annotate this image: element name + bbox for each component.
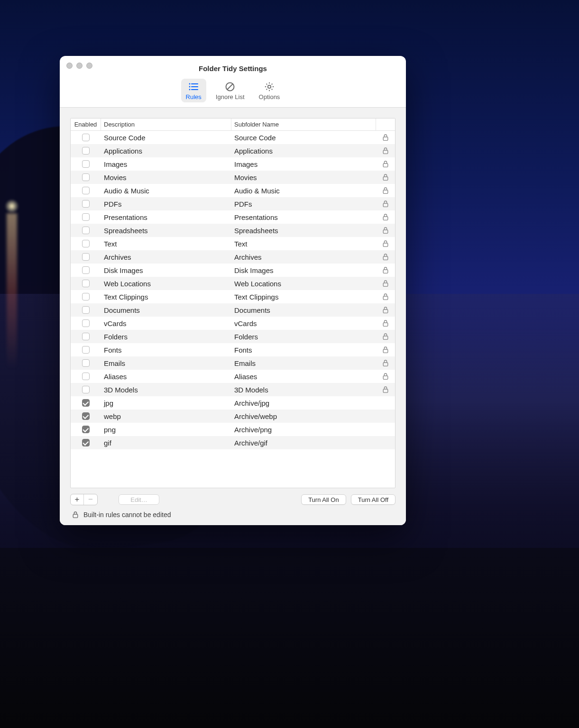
enabled-checkbox[interactable] xyxy=(82,426,90,433)
cell-lock xyxy=(376,280,395,287)
enabled-checkbox[interactable] xyxy=(82,227,90,234)
enabled-checkbox[interactable] xyxy=(82,134,90,141)
table-row[interactable]: FontsFonts xyxy=(71,343,395,356)
add-rule-button[interactable]: + xyxy=(71,494,84,505)
svg-rect-14 xyxy=(383,203,388,207)
table-row[interactable]: EmailsEmails xyxy=(71,356,395,370)
table-row[interactable]: Disk ImagesDisk Images xyxy=(71,264,395,277)
enabled-checkbox[interactable] xyxy=(82,346,90,354)
settings-window: Folder Tidy Settings Rules xyxy=(60,56,406,525)
svg-point-3 xyxy=(189,83,191,85)
enabled-checkbox[interactable] xyxy=(82,359,90,367)
zoom-button[interactable] xyxy=(86,63,92,69)
table-row[interactable]: FoldersFolders xyxy=(71,330,395,343)
col-header-enabled[interactable]: Enabled xyxy=(71,118,101,130)
turn-all-off-button[interactable]: Turn All Off xyxy=(351,494,395,505)
enabled-checkbox[interactable] xyxy=(82,319,90,327)
lock-icon xyxy=(382,266,389,274)
table-row[interactable]: SpreadsheetsSpreadsheets xyxy=(71,224,395,237)
lock-icon xyxy=(382,160,389,168)
table-row[interactable]: PresentationsPresentations xyxy=(71,210,395,224)
table-row[interactable]: ApplicationsApplications xyxy=(71,144,395,157)
cell-enabled xyxy=(71,227,101,234)
table-row[interactable]: Audio & MusicAudio & Music xyxy=(71,184,395,197)
cell-lock xyxy=(376,227,395,234)
cell-subfolder: Archive/webp xyxy=(231,412,376,420)
col-header-description[interactable]: Description xyxy=(101,118,231,130)
remove-rule-button[interactable]: − xyxy=(84,494,97,505)
cell-subfolder: Archives xyxy=(231,253,376,261)
enabled-checkbox[interactable] xyxy=(82,439,90,446)
table-row[interactable]: DocumentsDocuments xyxy=(71,303,395,317)
content-area: Enabled Description Subfolder Name Sourc… xyxy=(60,108,406,525)
table-row[interactable]: PDFsPDFs xyxy=(71,197,395,210)
tab-rules[interactable]: Rules xyxy=(181,79,206,102)
table-row[interactable]: vCardsvCards xyxy=(71,317,395,330)
edit-rule-button[interactable]: Edit… xyxy=(119,494,159,505)
cell-lock xyxy=(376,200,395,208)
cell-enabled xyxy=(71,253,101,261)
table-row[interactable]: webpArchive/webp xyxy=(71,410,395,423)
cell-description: Images xyxy=(101,160,231,168)
cell-lock xyxy=(376,147,395,155)
col-header-subfolder[interactable]: Subfolder Name xyxy=(231,118,376,130)
rules-table: Enabled Description Subfolder Name Sourc… xyxy=(70,118,395,488)
cell-enabled xyxy=(71,373,101,380)
cell-description: Text xyxy=(101,240,231,248)
enabled-checkbox[interactable] xyxy=(82,386,90,393)
cell-subfolder: Aliases xyxy=(231,373,376,381)
cell-subfolder: vCards xyxy=(231,319,376,328)
window-controls xyxy=(66,63,92,69)
svg-rect-17 xyxy=(383,243,388,246)
enabled-checkbox[interactable] xyxy=(82,173,90,181)
cell-lock xyxy=(376,319,395,327)
table-row[interactable]: Text ClippingsText Clippings xyxy=(71,290,395,303)
table-row[interactable]: ImagesImages xyxy=(71,157,395,171)
enabled-checkbox[interactable] xyxy=(82,266,90,274)
table-row[interactable]: Web LocationsWeb Locations xyxy=(71,277,395,290)
cell-description: Emails xyxy=(101,359,231,367)
table-row[interactable]: Source CodeSource Code xyxy=(71,131,395,144)
table-row[interactable]: 3D Models3D Models xyxy=(71,383,395,396)
svg-rect-16 xyxy=(383,230,388,233)
enabled-checkbox[interactable] xyxy=(82,412,90,420)
tab-ignore-list[interactable]: Ignore List xyxy=(211,79,249,102)
cell-enabled xyxy=(71,412,101,420)
table-row[interactable]: ArchivesArchives xyxy=(71,250,395,264)
enabled-checkbox[interactable] xyxy=(82,306,90,314)
lock-icon xyxy=(382,240,389,247)
enabled-checkbox[interactable] xyxy=(82,200,90,208)
table-row[interactable]: TextText xyxy=(71,237,395,250)
turn-all-on-button[interactable]: Turn All On xyxy=(301,494,346,505)
enabled-checkbox[interactable] xyxy=(82,147,90,155)
table-row[interactable]: jpgArchive/jpg xyxy=(71,396,395,410)
cell-lock xyxy=(376,346,395,354)
enabled-checkbox[interactable] xyxy=(82,399,90,407)
enabled-checkbox[interactable] xyxy=(82,253,90,261)
enabled-checkbox[interactable] xyxy=(82,240,90,247)
enabled-checkbox[interactable] xyxy=(82,213,90,221)
minimize-button[interactable] xyxy=(76,63,83,69)
cell-lock xyxy=(376,373,395,380)
table-row[interactable]: gifArchive/gif xyxy=(71,436,395,449)
cell-subfolder: Movies xyxy=(231,173,376,182)
lock-icon xyxy=(382,346,389,354)
table-row[interactable]: pngArchive/png xyxy=(71,423,395,436)
enabled-checkbox[interactable] xyxy=(82,187,90,194)
table-row[interactable]: AliasesAliases xyxy=(71,370,395,383)
cell-description: gif xyxy=(101,439,231,447)
cell-enabled xyxy=(71,280,101,287)
close-button[interactable] xyxy=(66,63,73,69)
cell-description: jpg xyxy=(101,399,231,407)
enabled-checkbox[interactable] xyxy=(82,333,90,340)
cell-lock xyxy=(376,359,395,367)
footer-note: Built-in rules cannot be edited xyxy=(70,509,395,525)
enabled-checkbox[interactable] xyxy=(82,373,90,380)
tab-options[interactable]: Options xyxy=(254,79,285,102)
cell-enabled xyxy=(71,439,101,446)
enabled-checkbox[interactable] xyxy=(82,280,90,287)
table-row[interactable]: MoviesMovies xyxy=(71,171,395,184)
table-header: Enabled Description Subfolder Name xyxy=(71,118,395,131)
enabled-checkbox[interactable] xyxy=(82,293,90,300)
enabled-checkbox[interactable] xyxy=(82,160,90,168)
